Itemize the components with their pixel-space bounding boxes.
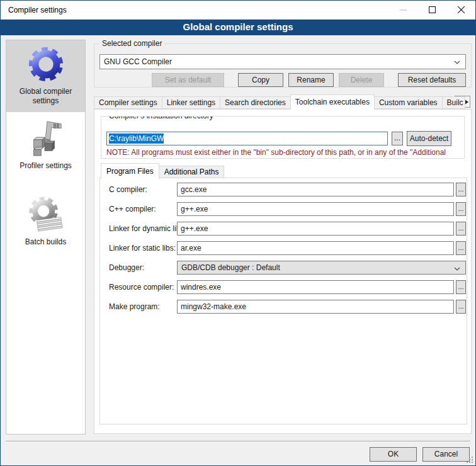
tab-build-options-truncated[interactable]: Builc bbox=[442, 96, 465, 109]
field-row-debugger: Debugger: GDB/CDB debugger : Default bbox=[100, 261, 467, 275]
rename-button[interactable]: Rename bbox=[288, 73, 334, 87]
field-row-cpp-compiler: C++ compiler: ... bbox=[100, 202, 467, 216]
compiler-buttons-row: Set as default Copy Rename Delete Reset … bbox=[152, 73, 466, 87]
group-label: Compiler's installation directory bbox=[106, 116, 216, 121]
sidebar-item-profiler-settings[interactable]: Profiler settings bbox=[6, 115, 85, 177]
program-files-tabs: Program Files Additional Paths bbox=[101, 162, 224, 178]
cpp-compiler-browse-button[interactable]: ... bbox=[456, 202, 466, 216]
minimize-button bbox=[388, 1, 417, 19]
compiler-select[interactable]: GNU GCC Compiler bbox=[99, 54, 466, 69]
make-program-browse-button[interactable]: ... bbox=[456, 300, 466, 314]
tab-program-files[interactable]: Program Files bbox=[101, 163, 159, 179]
sidebar-item-global-compiler-settings[interactable]: Global compiler settings bbox=[6, 40, 85, 112]
maximize-button[interactable] bbox=[417, 1, 446, 19]
sidebar-item-label: Global compiler settings bbox=[9, 87, 82, 106]
tab-linker-settings[interactable]: Linker settings bbox=[162, 96, 220, 109]
blue-gear-icon bbox=[26, 45, 65, 84]
field-label: C compiler: bbox=[109, 183, 147, 196]
main-tabs: Compiler settings Linker settings Search… bbox=[94, 94, 472, 109]
debugger-select[interactable]: GDB/CDB debugger : Default bbox=[177, 261, 466, 275]
installation-directory-group: Compiler's installation directory C:\ray… bbox=[101, 116, 465, 159]
auto-detect-button[interactable]: Auto-detect bbox=[407, 131, 451, 146]
sidebar: Global compiler settings bbox=[6, 40, 86, 435]
selected-compiler-group: Selected compiler GNU GCC Compiler Set a… bbox=[94, 43, 472, 88]
debugger-select-value: GDB/CDB debugger : Default bbox=[181, 263, 280, 272]
ok-button[interactable]: OK bbox=[370, 447, 417, 462]
tab-toolchain-executables[interactable]: Toolchain executables bbox=[290, 94, 375, 110]
program-files-panel: C compiler: ... C++ compiler: ... Linker… bbox=[99, 178, 467, 424]
titlebar: Compiler settings bbox=[1, 1, 475, 20]
static-linker-browse-button[interactable]: ... bbox=[456, 241, 466, 255]
tab-compiler-settings[interactable]: Compiler settings bbox=[94, 96, 162, 109]
tab-search-directories[interactable]: Search directories bbox=[220, 96, 291, 109]
resource-compiler-browse-button[interactable]: ... bbox=[456, 280, 466, 294]
chevron-down-icon bbox=[454, 60, 460, 64]
installation-directory-input[interactable]: C:\raylib\MinGW bbox=[106, 132, 388, 145]
compiler-settings-dialog: Compiler settings Global compiler settin… bbox=[0, 0, 476, 466]
field-label: Linker for dynamic libs: bbox=[109, 222, 186, 236]
group-label: Selected compiler bbox=[99, 39, 164, 48]
copy-button[interactable]: Copy bbox=[238, 73, 283, 87]
resource-compiler-input[interactable] bbox=[177, 280, 454, 294]
tab-additional-paths[interactable]: Additional Paths bbox=[159, 166, 225, 178]
footer-separator bbox=[6, 441, 470, 442]
field-row-static-linker: Linker for static libs: ... bbox=[100, 241, 467, 255]
delete-button: Delete bbox=[339, 73, 384, 87]
gray-gear-stack-icon bbox=[26, 195, 65, 234]
minimize-icon bbox=[400, 6, 407, 13]
compiler-select-value: GNU GCC Compiler bbox=[104, 57, 172, 66]
directory-browse-button[interactable]: ... bbox=[392, 132, 403, 145]
selected-text: C:\raylib\MinGW bbox=[109, 134, 164, 144]
field-label: Make program: bbox=[109, 300, 160, 314]
static-linker-input[interactable] bbox=[177, 241, 454, 255]
field-row-make-program: Make program: ... bbox=[100, 300, 467, 314]
dialog-header: Global compiler settings bbox=[1, 20, 475, 35]
field-label: C++ compiler: bbox=[109, 202, 156, 216]
sidebar-item-batch-builds[interactable]: Batch builds bbox=[6, 191, 85, 253]
cancel-button[interactable]: Cancel bbox=[422, 447, 470, 462]
c-compiler-browse-button[interactable]: ... bbox=[456, 183, 466, 196]
field-label: Resource compiler: bbox=[109, 280, 174, 294]
sidebar-item-label: Batch builds bbox=[25, 237, 66, 247]
field-label: Debugger: bbox=[109, 261, 144, 275]
field-row-c-compiler: C compiler: ... bbox=[100, 183, 467, 196]
dynamic-linker-browse-button[interactable]: ... bbox=[456, 222, 466, 236]
dynamic-linker-input[interactable] bbox=[177, 222, 454, 236]
make-program-input[interactable] bbox=[177, 300, 454, 314]
maximize-icon bbox=[429, 6, 436, 13]
field-row-dynamic-linker: Linker for dynamic libs: ... bbox=[100, 222, 467, 236]
field-label: Linker for static libs: bbox=[109, 241, 176, 255]
toolchain-executables-page: Compiler's installation directory C:\ray… bbox=[94, 109, 472, 434]
close-icon bbox=[458, 6, 465, 13]
window-title: Compiler settings bbox=[8, 1, 67, 20]
note-text: NOTE: All programs must exist either in … bbox=[106, 148, 446, 157]
tab-custom-variables[interactable]: Custom variables bbox=[374, 96, 443, 109]
reset-defaults-button[interactable]: Reset defaults bbox=[398, 73, 466, 87]
caliper-blocks-icon bbox=[26, 119, 65, 158]
sidebar-item-label: Profiler settings bbox=[20, 161, 72, 171]
close-button[interactable] bbox=[446, 1, 475, 19]
resize-grip[interactable] bbox=[467, 457, 473, 463]
field-row-resource-compiler: Resource compiler: ... bbox=[100, 280, 467, 294]
chevron-down-icon bbox=[454, 267, 460, 271]
set-as-default-button: Set as default bbox=[152, 73, 224, 87]
c-compiler-input[interactable] bbox=[177, 183, 454, 196]
cpp-compiler-input[interactable] bbox=[177, 202, 454, 216]
caption-buttons bbox=[388, 1, 475, 19]
